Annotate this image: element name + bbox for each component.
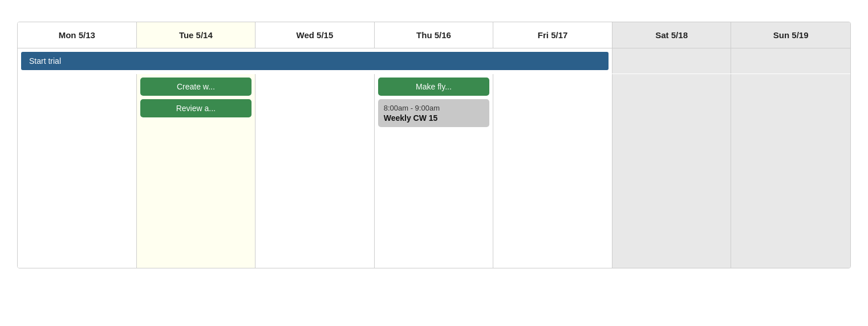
event-green-tue[interactable]: Create w... <box>140 78 252 96</box>
calendar-body-area: Start trial Create w...Review a...Make f… <box>18 48 850 268</box>
span-event-row: Start trial <box>18 48 850 74</box>
header-cell-mon: Mon 5/13 <box>18 22 137 48</box>
day-cell-sat <box>613 74 732 268</box>
header-cell-thu: Thu 5/16 <box>375 22 494 48</box>
span-slot-sun <box>731 48 850 74</box>
spanning-event-container: Start trial <box>18 48 613 74</box>
event-gray-thu[interactable]: 8:00am - 9:00amWeekly CW 15 <box>378 99 490 127</box>
calendar-day-row: Create w...Review a...Make fly...8:00am … <box>18 74 850 268</box>
header-cell-tue: Tue 5/14 <box>137 22 256 48</box>
day-cell-sun <box>731 74 850 268</box>
header-cell-sun: Sun 5/19 <box>731 22 850 48</box>
spanning-event[interactable]: Start trial <box>21 52 609 70</box>
day-cell-thu: Make fly...8:00am - 9:00amWeekly CW 15 <box>375 74 494 268</box>
event-green-tue[interactable]: Review a... <box>140 99 252 117</box>
day-cell-mon <box>18 74 137 268</box>
header-cell-fri: Fri 5/17 <box>493 22 613 48</box>
event-green-thu[interactable]: Make fly... <box>378 78 490 96</box>
header-cell-wed: Wed 5/15 <box>255 22 375 48</box>
calendar-wrapper: Mon 5/13Tue 5/14Wed 5/15Thu 5/16Fri 5/17… <box>17 22 851 268</box>
day-cell-wed <box>255 74 375 268</box>
day-cell-fri <box>493 74 613 268</box>
header-cell-sat: Sat 5/18 <box>613 22 732 48</box>
span-slot-sat <box>613 48 732 74</box>
day-cell-tue: Create w...Review a... <box>137 74 256 268</box>
calendar-header: Mon 5/13Tue 5/14Wed 5/15Thu 5/16Fri 5/17… <box>18 22 850 48</box>
